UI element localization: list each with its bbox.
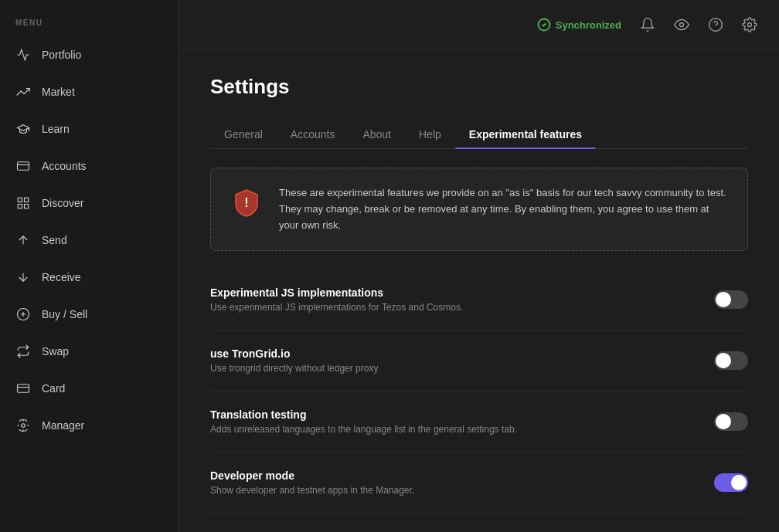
sidebar-label-market: Market [42, 86, 75, 98]
sidebar-item-swap[interactable]: Swap [0, 333, 179, 370]
main-content: Synchronized Settings General Accounts A… [179, 0, 779, 532]
feature-info-translation: Translation testing Adds unreleased lang… [210, 408, 714, 435]
gear-icon [742, 17, 757, 32]
svg-point-10 [22, 424, 26, 428]
buy-sell-icon [15, 307, 31, 322]
toggle-knob-developer-mode [731, 475, 747, 490]
sidebar-label-swap: Swap [42, 345, 69, 357]
toggle-translation[interactable] [714, 412, 748, 431]
svg-rect-1 [18, 198, 22, 202]
settings-tabs: General Accounts About Help Experimental… [210, 120, 748, 149]
sync-status: Synchronized [537, 18, 621, 32]
feature-title-translation: Translation testing [210, 408, 714, 421]
sidebar-label-send: Send [42, 234, 67, 246]
feature-title-trongrid: use TronGrid.io [210, 347, 714, 360]
svg-rect-2 [25, 198, 29, 202]
learn-icon [15, 121, 31, 137]
svg-text:!: ! [244, 196, 248, 209]
sync-label: Synchronized [556, 19, 621, 31]
sidebar-item-portfolio[interactable]: Portfolio [0, 36, 179, 73]
sidebar-item-buy-sell[interactable]: Buy / Sell [0, 296, 179, 333]
settings-container: Settings General Accounts About Help Exp… [179, 50, 779, 532]
tab-accounts[interactable]: Accounts [277, 120, 349, 148]
accounts-icon [15, 158, 31, 174]
feature-desc-experimental-js: Use experimental JS implementations for … [210, 302, 714, 313]
tab-general[interactable]: General [210, 120, 277, 148]
market-icon [15, 84, 31, 100]
sidebar-label-accounts: Accounts [42, 160, 87, 172]
eye-button[interactable] [668, 11, 696, 39]
sidebar-item-manager[interactable]: Manager [0, 407, 179, 444]
feature-title-developer-mode: Developer mode [210, 469, 714, 482]
sidebar-item-learn[interactable]: Learn [0, 110, 179, 147]
svg-rect-0 [18, 162, 29, 171]
sidebar-label-portfolio: Portfolio [42, 49, 81, 61]
page-title: Settings [210, 75, 748, 99]
sidebar-item-send[interactable]: Send [0, 222, 179, 259]
toggle-knob-experimental-js [716, 292, 731, 307]
send-icon [15, 232, 31, 248]
menu-label: MENU [0, 12, 179, 36]
feature-desc-developer-mode: Show developer and testnet apps in the M… [210, 485, 714, 496]
feature-row-trongrid: use TronGrid.io Use trongrid directly wi… [210, 330, 748, 391]
toggle-knob-trongrid [716, 353, 731, 368]
eye-icon [674, 17, 689, 32]
feature-desc-trongrid: Use trongrid directly without ledger pro… [210, 363, 714, 374]
feature-desc-translation: Adds unreleased languages to the languag… [210, 424, 714, 435]
tab-help[interactable]: Help [405, 120, 455, 148]
sidebar-label-manager: Manager [42, 419, 84, 432]
sidebar-item-market[interactable]: Market [0, 73, 179, 110]
feature-info-trongrid: use TronGrid.io Use trongrid directly wi… [210, 347, 714, 374]
tab-experimental[interactable]: Experimental features [455, 120, 596, 148]
sidebar-label-card: Card [42, 382, 65, 395]
toggle-experimental-js[interactable] [714, 290, 748, 309]
help-icon [708, 17, 723, 32]
sidebar-item-accounts[interactable]: Accounts [0, 147, 179, 185]
svg-rect-4 [25, 205, 29, 208]
warning-text: These are experimental features we provi… [279, 185, 729, 233]
feature-info-experimental-js: Experimental JS implementations Use expe… [210, 286, 714, 313]
svg-rect-8 [18, 385, 29, 393]
sidebar-item-card[interactable]: Card [0, 370, 179, 407]
toggle-developer-mode[interactable] [714, 473, 748, 492]
sidebar-item-receive[interactable]: Receive [0, 259, 179, 296]
bell-icon [640, 17, 655, 32]
feature-title-experimental-js: Experimental JS implementations [210, 286, 714, 299]
toggle-knob-translation [716, 414, 731, 429]
feature-info-developer-mode: Developer mode Show developer and testne… [210, 469, 714, 496]
shield-icon: ! [230, 185, 264, 219]
feature-row-translation: Translation testing Adds unreleased lang… [210, 391, 748, 452]
settings-button[interactable] [736, 11, 764, 39]
svg-rect-3 [18, 205, 22, 208]
topbar: Synchronized [179, 0, 779, 50]
sidebar-label-receive: Receive [42, 271, 81, 283]
receive-icon [15, 269, 31, 285]
svg-point-17 [709, 19, 723, 32]
sidebar-item-discover[interactable]: Discover [0, 185, 179, 222]
card-icon [15, 381, 31, 396]
help-button[interactable] [702, 11, 730, 39]
swap-icon [15, 344, 31, 359]
warning-banner: ! These are experimental features we pro… [210, 168, 748, 251]
svg-point-19 [748, 23, 752, 27]
manager-icon [15, 418, 31, 433]
sidebar-label-learn: Learn [42, 123, 70, 135]
tab-about[interactable]: About [349, 120, 405, 148]
sidebar-label-discover: Discover [42, 197, 83, 209]
notification-button[interactable] [634, 11, 662, 39]
feature-row-developer-mode: Developer mode Show developer and testne… [210, 452, 748, 513]
portfolio-icon [15, 47, 31, 63]
sync-check-icon [537, 18, 551, 32]
feature-row-experimental-js: Experimental JS implementations Use expe… [210, 269, 748, 330]
sidebar-label-buy-sell: Buy / Sell [42, 308, 87, 320]
svg-point-16 [680, 23, 684, 27]
discover-icon [15, 195, 31, 211]
sidebar: MENU Portfolio Market Learn Accounts Dis… [0, 0, 179, 532]
toggle-trongrid[interactable] [714, 351, 748, 370]
